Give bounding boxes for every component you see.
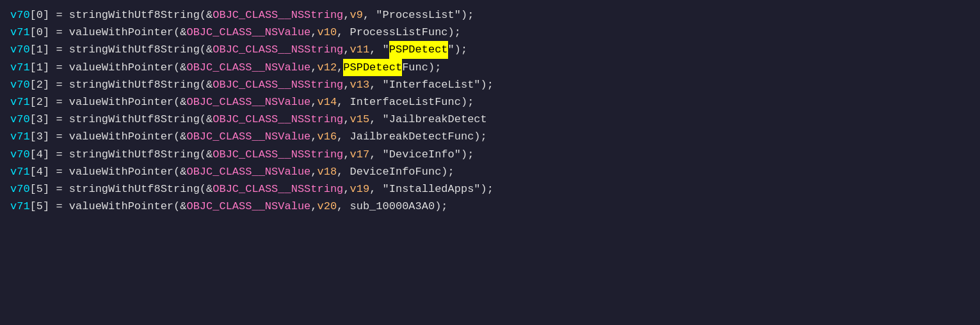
code-token: v71	[10, 163, 30, 180]
code-token: v71	[10, 198, 30, 215]
code-token: v12	[317, 59, 337, 76]
code-token: [5] = valueWithPointer(&	[30, 198, 187, 215]
code-line: v70[1] = stringWithUtf8String(&OBJC_CLAS…	[10, 41, 970, 58]
code-token: ,	[343, 6, 349, 24]
code-token: OBJC_CLASS__NSValue	[186, 128, 310, 145]
code-token: ,	[310, 24, 317, 41]
code-token: v70	[10, 180, 30, 198]
code-token: [3] = stringWithUtf8String(&	[30, 111, 213, 128]
code-token: ,	[310, 163, 317, 180]
code-token: ,	[343, 41, 349, 58]
code-token: v70	[10, 146, 30, 163]
code-block: v70[0] = stringWithUtf8String(&OBJC_CLAS…	[10, 6, 970, 215]
code-token: , "	[369, 41, 389, 58]
code-token: v19	[350, 180, 370, 198]
code-token: OBJC_CLASS__NSValue	[186, 93, 310, 111]
code-token: [4] = stringWithUtf8String(&	[30, 146, 213, 163]
code-token: , "ProcessList");	[363, 6, 474, 24]
code-token: [0] = stringWithUtf8String(&	[30, 6, 213, 24]
code-token: OBJC_CLASS__NSString	[213, 41, 343, 58]
code-token: ,	[310, 93, 317, 111]
code-line: v71[5] = valueWithPointer(&OBJC_CLASS__N…	[10, 198, 970, 215]
code-token: ,	[310, 198, 317, 215]
code-token: ,	[310, 59, 317, 76]
code-token: v18	[317, 163, 337, 180]
code-token: v16	[317, 128, 337, 145]
code-token: OBJC_CLASS__NSValue	[186, 24, 310, 41]
code-token: v71	[10, 93, 30, 111]
code-token: OBJC_CLASS__NSString	[213, 111, 343, 128]
code-token: , "InterfaceList");	[369, 76, 494, 93]
code-token: OBJC_CLASS__NSString	[213, 180, 343, 198]
code-token: v71	[10, 24, 30, 41]
code-line: v70[0] = stringWithUtf8String(&OBJC_CLAS…	[10, 6, 970, 24]
code-token: [2] = stringWithUtf8String(&	[30, 76, 213, 93]
code-token: , ProcessListFunc);	[337, 24, 461, 41]
code-token: [1] = valueWithPointer(&	[30, 59, 187, 76]
code-token: v14	[317, 93, 337, 111]
code-token: v71	[10, 59, 30, 76]
code-token: ,	[343, 180, 349, 198]
code-token: v15	[350, 111, 370, 128]
code-token: v17	[350, 146, 370, 163]
code-token: v20	[317, 198, 337, 215]
code-line: v71[2] = valueWithPointer(&OBJC_CLASS__N…	[10, 93, 970, 111]
code-token: , sub_10000A3A0);	[337, 198, 447, 215]
code-token: v9	[350, 6, 363, 24]
code-token: ,	[310, 128, 317, 145]
code-token: OBJC_CLASS__NSValue	[186, 163, 310, 180]
code-token: Func);	[402, 59, 441, 76]
code-token: [0] = valueWithPointer(&	[30, 24, 187, 41]
code-line: v71[4] = valueWithPointer(&OBJC_CLASS__N…	[10, 163, 970, 180]
code-token: OBJC_CLASS__NSValue	[186, 59, 310, 76]
code-line: v70[2] = stringWithUtf8String(&OBJC_CLAS…	[10, 76, 970, 93]
code-token: , "JailbreakDetect	[369, 111, 487, 128]
code-token: PSPDetect	[343, 59, 402, 76]
code-token: OBJC_CLASS__NSString	[213, 76, 343, 93]
code-token: PSPDetect	[389, 41, 448, 58]
code-token: v10	[317, 24, 337, 41]
code-token: , "InstalledApps");	[369, 180, 494, 198]
code-token: , JailbreakDetectFunc);	[337, 128, 487, 145]
code-line: v70[5] = stringWithUtf8String(&OBJC_CLAS…	[10, 180, 970, 198]
code-token: , "DeviceInfo");	[369, 146, 474, 163]
code-line: v70[4] = stringWithUtf8String(&OBJC_CLAS…	[10, 146, 970, 163]
code-token: v13	[350, 76, 370, 93]
code-line: v71[3] = valueWithPointer(&OBJC_CLASS__N…	[10, 128, 970, 145]
code-line: v71[1] = valueWithPointer(&OBJC_CLASS__N…	[10, 59, 970, 76]
code-token: , DeviceInfoFunc);	[337, 163, 454, 180]
code-token: OBJC_CLASS__NSValue	[186, 198, 310, 215]
code-token: , InterfaceListFunc);	[337, 93, 474, 111]
code-token: [2] = valueWithPointer(&	[30, 93, 187, 111]
code-token: [5] = stringWithUtf8String(&	[30, 180, 213, 198]
code-token: ,	[337, 59, 343, 76]
code-token: [1] = stringWithUtf8String(&	[30, 41, 213, 58]
code-line: v71[0] = valueWithPointer(&OBJC_CLASS__N…	[10, 24, 970, 41]
code-token: v70	[10, 76, 30, 93]
code-token: v70	[10, 6, 30, 24]
code-token: v70	[10, 41, 30, 58]
code-token: v71	[10, 128, 30, 145]
code-token: v11	[350, 41, 370, 58]
code-token: v70	[10, 111, 30, 128]
code-token: ,	[343, 111, 349, 128]
code-token: ,	[343, 76, 349, 93]
code-token: [4] = valueWithPointer(&	[30, 163, 187, 180]
code-line: v70[3] = stringWithUtf8String(&OBJC_CLAS…	[10, 111, 970, 128]
code-token: OBJC_CLASS__NSString	[213, 146, 343, 163]
code-token: [3] = valueWithPointer(&	[30, 128, 187, 145]
code-token: ");	[448, 41, 468, 58]
code-token: ,	[343, 146, 349, 163]
code-token: OBJC_CLASS__NSString	[213, 6, 343, 24]
